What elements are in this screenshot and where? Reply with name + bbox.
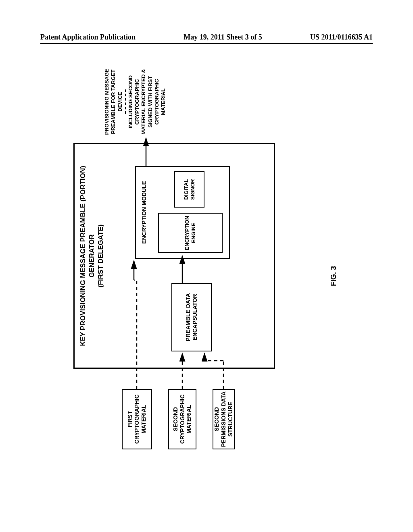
figure-area: FIRST CRYPTOGRAPHIC MATERIAL SECOND CRYP…: [0, 56, 413, 480]
header-rule: [40, 43, 373, 44]
figure-label: FIG. 3: [330, 266, 338, 286]
diagram-arrows: [65, 87, 348, 449]
page-header: Patent Application Publication May 19, 2…: [0, 33, 413, 44]
header-left: Patent Application Publication: [40, 33, 136, 42]
header-center: May 19, 2011 Sheet 3 of 5: [184, 33, 262, 42]
diagram-rotated: FIRST CRYPTOGRAPHIC MATERIAL SECOND CRYP…: [65, 87, 348, 449]
header-right: US 2011/0116635 A1: [310, 33, 373, 42]
